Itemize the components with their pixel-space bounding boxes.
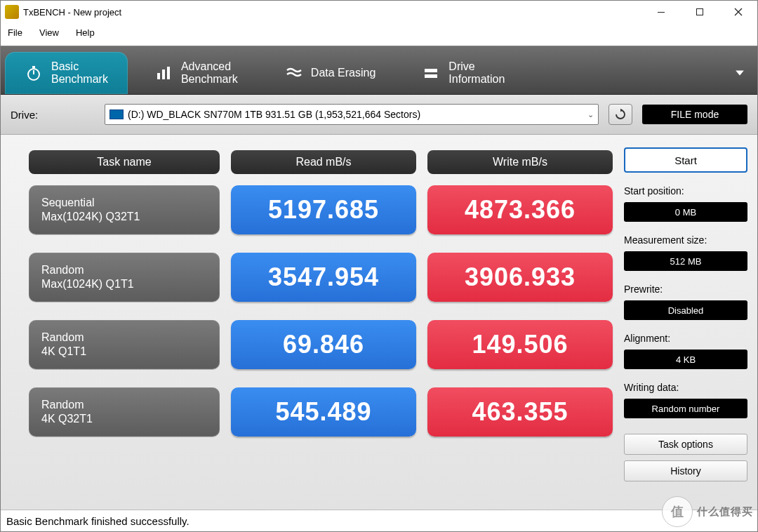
app-window: TxBENCH - New project File View Help Bas… (0, 0, 758, 532)
tab-label: Data Erasing (311, 67, 376, 79)
menu-help[interactable]: Help (76, 27, 95, 38)
minimize-icon (657, 8, 665, 16)
alignment-button[interactable]: 4 KB (624, 350, 747, 369)
read-value[interactable]: 5197.685 (231, 185, 416, 234)
task-line2: 4K Q1T1 (41, 345, 207, 359)
window-title: TxBENCH - New project (23, 7, 121, 18)
task-cell[interactable]: SequentialMax(1024K) Q32T1 (29, 185, 220, 234)
file-mode-button[interactable]: FILE mode (642, 105, 747, 124)
task-line1: Sequential (41, 196, 207, 210)
start-position-button[interactable]: 0 MB (624, 202, 747, 222)
tab-drive-information[interactable]: DriveInformation (402, 52, 524, 94)
write-value[interactable]: 149.506 (427, 320, 613, 369)
svg-rect-1 (696, 9, 703, 15)
start-position-label: Start position: (624, 185, 747, 197)
close-icon (734, 8, 743, 16)
sidebar: Start Start position: 0 MB Measurement s… (624, 135, 757, 510)
window-controls (641, 1, 757, 23)
task-line1: Random (41, 398, 207, 412)
chevron-down-icon (735, 68, 745, 78)
svg-rect-5 (157, 73, 160, 79)
tab-advanced-benchmark[interactable]: AdvancedBenchmark (135, 52, 258, 94)
watermark: 值 什么值得买 (662, 496, 753, 527)
tab-overflow-button[interactable] (728, 52, 752, 94)
minimize-button[interactable] (641, 1, 680, 23)
svg-rect-3 (32, 66, 35, 68)
task-line1: Random (41, 263, 207, 277)
result-row: SequentialMax(1024K) Q32T15197.6854873.3… (29, 185, 621, 234)
menu-bar: File View Help (1, 23, 757, 46)
alignment-label: Alignment: (624, 333, 747, 344)
refresh-button[interactable] (609, 104, 632, 125)
svg-rect-8 (425, 69, 437, 72)
menu-view[interactable]: View (39, 27, 59, 38)
disk-icon (109, 109, 124, 119)
measurement-size-label: Measurement size: (624, 234, 747, 246)
header-task: Task name (29, 150, 220, 174)
svg-rect-6 (162, 69, 165, 79)
result-row: Random4K Q1T169.846149.506 (29, 320, 621, 369)
results-panel: Task name Read mB/s Write mB/s Sequentia… (1, 135, 624, 510)
task-line2: Max(1024K) Q32T1 (41, 210, 207, 224)
read-value[interactable]: 545.489 (231, 387, 416, 437)
results-header: Task name Read mB/s Write mB/s (29, 150, 621, 174)
writing-data-label: Writing data: (624, 382, 747, 393)
tab-label: AdvancedBenchmark (181, 60, 238, 86)
chevron-down-icon: ⌄ (587, 110, 594, 119)
start-button[interactable]: Start (624, 147, 747, 173)
writing-data-button[interactable]: Random number (624, 399, 747, 418)
drive-selected-text: (D:) WD_BLACK SN770M 1TB 931.51 GB (1,95… (128, 109, 583, 120)
tab-data-erasing[interactable]: Data Erasing (265, 52, 396, 94)
svg-rect-7 (167, 67, 170, 79)
write-value[interactable]: 463.355 (427, 387, 613, 437)
maximize-button[interactable] (680, 1, 719, 23)
measurement-size-button[interactable]: 512 MB (624, 251, 747, 271)
app-icon (5, 5, 19, 19)
header-read: Read mB/s (231, 150, 416, 174)
tab-strip: BasicBenchmark AdvancedBenchmark Data Er… (1, 46, 757, 95)
drive-label: Drive: (11, 109, 95, 121)
task-line1: Random (41, 331, 207, 345)
task-options-button[interactable]: Task options (624, 434, 747, 455)
maximize-icon (696, 8, 704, 16)
status-text: Basic Benchmark finished successfully. (6, 515, 190, 527)
read-value[interactable]: 3547.954 (231, 253, 416, 302)
drive-selector-row: Drive: (D:) WD_BLACK SN770M 1TB 931.51 G… (1, 95, 757, 135)
stopwatch-icon (25, 64, 43, 82)
result-row: RandomMax(1024K) Q1T13547.9543906.933 (29, 253, 621, 302)
drive-icon (422, 64, 440, 82)
title-bar: TxBENCH - New project (1, 1, 757, 23)
prewrite-label: Prewrite: (624, 284, 747, 295)
task-cell[interactable]: RandomMax(1024K) Q1T1 (29, 253, 220, 302)
refresh-icon (614, 108, 627, 121)
task-cell[interactable]: Random4K Q32T1 (29, 387, 220, 437)
watermark-badge: 值 (662, 496, 693, 527)
svg-rect-0 (658, 12, 665, 13)
result-row: Random4K Q32T1545.489463.355 (29, 387, 621, 437)
status-bar: Basic Benchmark finished successfully. (1, 510, 757, 531)
menu-file[interactable]: File (8, 27, 22, 38)
write-value[interactable]: 4873.366 (427, 185, 613, 234)
close-button[interactable] (719, 1, 757, 23)
task-line2: Max(1024K) Q1T1 (41, 277, 207, 291)
task-cell[interactable]: Random4K Q1T1 (29, 320, 220, 369)
header-write: Write mB/s (427, 150, 613, 174)
tab-label: DriveInformation (448, 60, 505, 86)
watermark-text: 什么值得买 (697, 505, 753, 519)
prewrite-button[interactable]: Disabled (624, 300, 747, 320)
content-area: Task name Read mB/s Write mB/s Sequentia… (1, 135, 757, 510)
task-line2: 4K Q32T1 (41, 412, 207, 426)
results-rows: SequentialMax(1024K) Q32T15197.6854873.3… (29, 185, 621, 437)
tab-basic-benchmark[interactable]: BasicBenchmark (5, 52, 128, 94)
barchart-icon (154, 64, 173, 82)
svg-rect-9 (425, 74, 437, 78)
tab-label: BasicBenchmark (51, 60, 108, 86)
erase-icon (284, 64, 302, 82)
drive-select[interactable]: (D:) WD_BLACK SN770M 1TB 931.51 GB (1,95… (105, 104, 599, 125)
read-value[interactable]: 69.846 (231, 320, 416, 369)
history-button[interactable]: History (624, 460, 747, 481)
write-value[interactable]: 3906.933 (427, 253, 613, 302)
